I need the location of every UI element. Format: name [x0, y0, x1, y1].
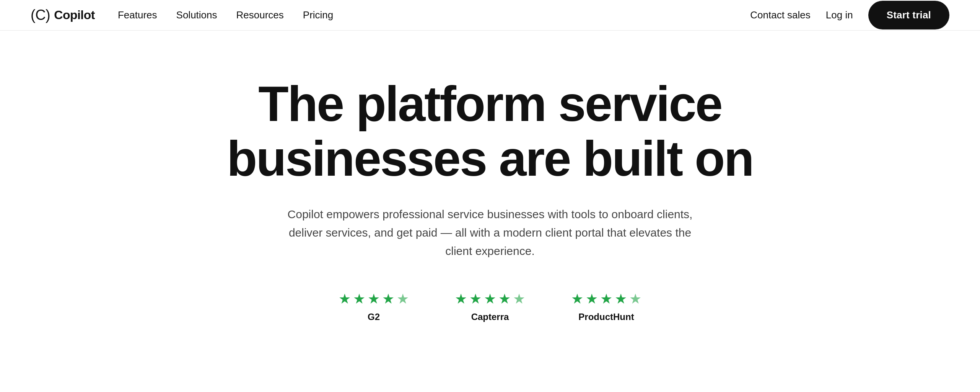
star-1: ★ — [339, 291, 351, 307]
star-3: ★ — [484, 291, 496, 307]
nav-item-solutions[interactable]: Solutions — [176, 9, 217, 21]
hero-title: The platform service businesses are buil… — [146, 77, 834, 186]
nav-left: (C) Copilot Features Solutions Resources… — [31, 7, 333, 23]
star-3: ★ — [368, 291, 380, 307]
nav-links: Features Solutions Resources Pricing — [118, 9, 333, 21]
producthunt-label: ProductHunt — [578, 312, 634, 322]
star-2: ★ — [469, 291, 482, 307]
nav-link-solutions[interactable]: Solutions — [176, 9, 217, 21]
star-4: ★ — [382, 291, 394, 307]
hero-section: The platform service businesses are buil… — [0, 31, 980, 353]
nav-item-pricing[interactable]: Pricing — [303, 9, 333, 21]
star-1: ★ — [455, 291, 467, 307]
rating-capterra: ★ ★ ★ ★ ★ Capterra — [455, 291, 525, 322]
nav-right: Contact sales Log in Start trial — [750, 1, 949, 29]
nav-item-features[interactable]: Features — [118, 9, 157, 21]
star-5: ★ — [397, 291, 409, 307]
capterra-label: Capterra — [471, 312, 509, 322]
star-5: ★ — [629, 291, 641, 307]
g2-label: G2 — [368, 312, 380, 322]
star-5: ★ — [513, 291, 525, 307]
star-2: ★ — [586, 291, 598, 307]
producthunt-stars: ★ ★ ★ ★ ★ — [571, 291, 641, 307]
ratings-container: ★ ★ ★ ★ ★ G2 ★ ★ ★ ★ ★ Capterra ★ ★ ★ — [339, 291, 641, 322]
nav-link-features[interactable]: Features — [118, 9, 157, 21]
star-4: ★ — [615, 291, 627, 307]
log-in-link[interactable]: Log in — [826, 9, 853, 21]
g2-stars: ★ ★ ★ ★ ★ — [339, 291, 409, 307]
star-2: ★ — [353, 291, 365, 307]
logo-icon: (C) — [31, 7, 50, 23]
logo-text: Copilot — [54, 8, 95, 22]
star-3: ★ — [600, 291, 612, 307]
hero-subtitle: Copilot empowers professional service bu… — [280, 205, 700, 260]
rating-g2: ★ ★ ★ ★ ★ G2 — [339, 291, 409, 322]
nav-link-pricing[interactable]: Pricing — [303, 9, 333, 21]
capterra-stars: ★ ★ ★ ★ ★ — [455, 291, 525, 307]
rating-producthunt: ★ ★ ★ ★ ★ ProductHunt — [571, 291, 641, 322]
navbar: (C) Copilot Features Solutions Resources… — [0, 0, 980, 31]
contact-sales-link[interactable]: Contact sales — [750, 9, 811, 21]
logo[interactable]: (C) Copilot — [31, 7, 95, 23]
star-1: ★ — [571, 291, 583, 307]
star-4: ★ — [498, 291, 511, 307]
nav-link-resources[interactable]: Resources — [236, 9, 284, 21]
start-trial-button[interactable]: Start trial — [868, 1, 949, 29]
nav-item-resources[interactable]: Resources — [236, 9, 284, 21]
